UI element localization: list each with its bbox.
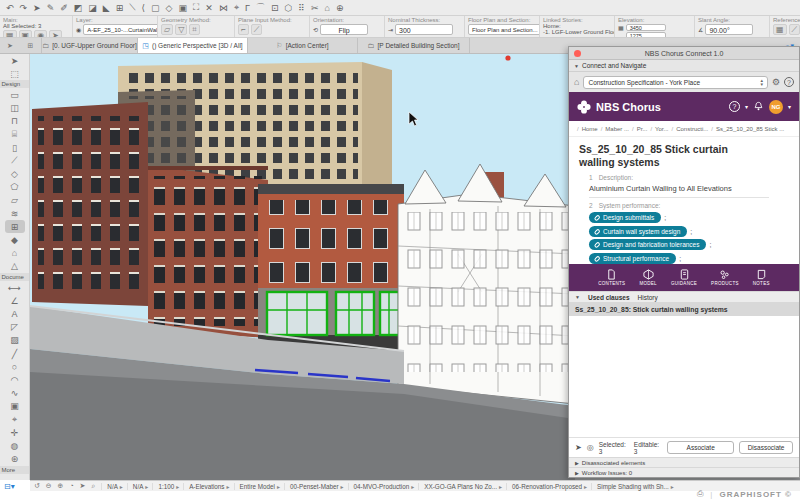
zoom-to-elements-icon[interactable]: ◎	[587, 443, 594, 452]
disassociated-elements-row[interactable]: ▶ Disassociated elements	[569, 457, 799, 467]
plane-input-button[interactable]: ⟋	[251, 24, 263, 35]
toolbar-icon[interactable]: ⟨	[142, 3, 146, 13]
associate-button[interactable]: Associate	[667, 441, 734, 454]
toolbar-icon[interactable]: ◩	[74, 3, 83, 13]
toolbar-icon[interactable]: ◪	[88, 3, 97, 13]
performance-pill[interactable]: Structural performance	[589, 253, 676, 264]
performance-pill[interactable]: Design and fabrication tolerances	[589, 239, 706, 250]
layer-selector[interactable]: A-EF_25_10-...CurtainWalls	[83, 24, 158, 35]
toolbar-icon[interactable]: ⊡	[271, 3, 279, 13]
tool-icon[interactable]: ╱	[5, 347, 25, 360]
performance-pill[interactable]: Curtain wall system design	[589, 226, 687, 237]
tab-action-center[interactable]: ⚐ [Action Center]	[248, 38, 358, 53]
main-tool-button[interactable]: ◉	[34, 30, 47, 37]
toolbar-icon[interactable]: ✕	[205, 3, 213, 13]
quick-option-dropdown[interactable]: XX-GO-GA Plans No Zo...▸	[418, 483, 502, 490]
tool-icon[interactable]: ⌖	[5, 413, 25, 426]
select-arrow-icon[interactable]: ➤	[0, 38, 20, 53]
breadcrumb-item[interactable]: Constructi...	[672, 126, 709, 132]
tool-icon[interactable]: ○	[5, 360, 25, 373]
help-icon[interactable]: ?	[784, 77, 794, 87]
design-group-label[interactable]: Design	[0, 80, 30, 88]
nav-products[interactable]: PRODUCTS	[711, 269, 739, 286]
disassociate-button[interactable]: Disassociate	[739, 441, 793, 454]
main-tool-button[interactable]: ▦	[3, 30, 17, 37]
elevation-top-input[interactable]: 3450	[626, 24, 666, 31]
nbs-titlebar[interactable]: NBS Chorus Connect 1.0	[569, 47, 799, 60]
connect-and-navigate-header[interactable]: ▼ Connect and Navigate	[569, 60, 799, 72]
tool-icon[interactable]: ✛	[5, 426, 25, 439]
quick-option-dropdown[interactable]: Entire Model▸	[234, 483, 280, 490]
tool-icon[interactable]: ⟷	[5, 281, 25, 294]
toolbar-icon[interactable]: ⌒	[256, 1, 265, 14]
tool-icon[interactable]: ≋	[5, 207, 25, 220]
nav-notes[interactable]: NOTES	[753, 269, 770, 286]
quick-option-dropdown[interactable]: A-Elevations▸	[183, 483, 229, 490]
toolbar-icon[interactable]: ▢	[151, 3, 160, 13]
tool-icon[interactable]: ⌸	[5, 128, 25, 141]
help-menu-icon[interactable]: ?	[729, 101, 740, 112]
tab-history[interactable]: History	[638, 294, 658, 301]
tab-used-clauses[interactable]: Used clauses	[588, 294, 630, 301]
quick-option-dropdown[interactable]: 1:100▸	[152, 483, 179, 490]
toolbar-icon[interactable]: ⬡	[284, 3, 292, 13]
quick-option-dropdown[interactable]: Simple Shading with Sh...▸	[591, 483, 674, 490]
toolbar-icon[interactable]: Γ	[245, 3, 250, 13]
workflow-issues-row[interactable]: ▶ Workflow Issues: 0	[569, 467, 799, 477]
toolbar-icon[interactable]: ◇	[166, 3, 173, 13]
pane-options-icon[interactable]: ⊟▾	[4, 482, 15, 491]
toolbar-icon[interactable]: ✎	[47, 3, 55, 13]
breadcrumb-item[interactable]: Yor...	[650, 126, 668, 132]
tool-icon[interactable]: ▣	[5, 400, 25, 413]
chevron-down-icon[interactable]: ▾	[745, 103, 748, 110]
quick-option-dropdown[interactable]: N/A▸	[127, 483, 149, 490]
used-clause-item[interactable]: Ss_25_10_20_85: Stick curtain walling sy…	[569, 303, 799, 316]
tab-detailed-building-section[interactable]: 🗀 [P Detailed Building Section]	[358, 38, 470, 53]
breadcrumb-item[interactable]: Ss_25_10_20_85 Stick ...	[711, 126, 784, 132]
tool-icon[interactable]: ▭	[5, 88, 25, 101]
tool-icon[interactable]: ▱	[5, 194, 25, 207]
tool-icon[interactable]: ⬠	[5, 181, 25, 194]
geometry-method-button[interactable]: ▱	[161, 24, 173, 35]
toolbar-icon[interactable]: ⌖	[234, 2, 239, 13]
breadcrumb-item[interactable]: Home	[577, 126, 598, 132]
chevron-down-icon[interactable]: ▾	[788, 103, 791, 110]
toolbar-icon[interactable]: ⋈	[219, 3, 228, 13]
tab-overview-grid-icon[interactable]: ⊞	[20, 38, 42, 53]
toolbar-icon[interactable]: ⛶	[193, 2, 199, 13]
toolbar-icon[interactable]: ✐	[60, 3, 68, 13]
toolbar-icon[interactable]: ↶	[6, 3, 14, 13]
quick-option-dropdown[interactable]: 06-Renovation-Proposed▸	[506, 483, 587, 490]
tool-icon[interactable]: ▯	[5, 141, 25, 154]
avatar[interactable]: NG	[769, 100, 783, 114]
bell-icon[interactable]	[753, 101, 764, 112]
toolbar-icon[interactable]: ⌂	[324, 3, 329, 13]
toolbar-icon[interactable]: ✂	[311, 3, 319, 13]
tool-icon[interactable]: ◇	[5, 168, 25, 181]
tool-icon[interactable]: △	[5, 260, 25, 273]
tool-icon[interactable]: ∠	[5, 294, 25, 307]
quick-option-dropdown[interactable]: 04-MVO-Production▸	[348, 483, 415, 490]
main-tool-button[interactable]: ➤	[49, 30, 62, 37]
toolbar-icon[interactable]: ⊞	[116, 3, 124, 13]
breadcrumb[interactable]: HomeMaber ...Pr...Yor...Constructi...Ss_…	[569, 121, 799, 137]
tool-icon[interactable]: ◍	[5, 439, 25, 452]
zoom-controls[interactable]: ↺ ⊖ ⊕ ◔ ➤ ⌕	[34, 482, 97, 490]
collapse-triangle-icon[interactable]: ▼	[575, 294, 580, 300]
toolbar-icon[interactable]: ⠿	[298, 3, 305, 13]
reference-line-button[interactable]: ⟋	[789, 24, 800, 35]
specification-dropdown[interactable]: Construction Specification - York Place …	[583, 76, 767, 89]
tool-icon[interactable]: ⌂	[5, 247, 25, 260]
tool-icon[interactable]: A	[5, 307, 25, 320]
thickness-input[interactable]: 300	[395, 24, 453, 35]
reference-line-button[interactable]: ▦	[773, 24, 787, 35]
toolbar-icon[interactable]: ◣	[103, 3, 110, 13]
floorplan-dropdown[interactable]: Floor Plan and Section...	[468, 24, 540, 35]
toolbar-icon[interactable]: ↷	[20, 3, 28, 13]
geometry-method-button[interactable]: ▽	[175, 24, 187, 35]
quick-option-dropdown[interactable]: N/A▸	[101, 483, 123, 490]
nav-guidance[interactable]: GUIDANCE	[671, 269, 697, 286]
quick-option-dropdown[interactable]: 00-Penset-Maber▸	[284, 483, 344, 490]
geometry-method-button[interactable]: ⌗	[189, 24, 200, 35]
tool-icon[interactable]: ▨	[5, 334, 25, 347]
